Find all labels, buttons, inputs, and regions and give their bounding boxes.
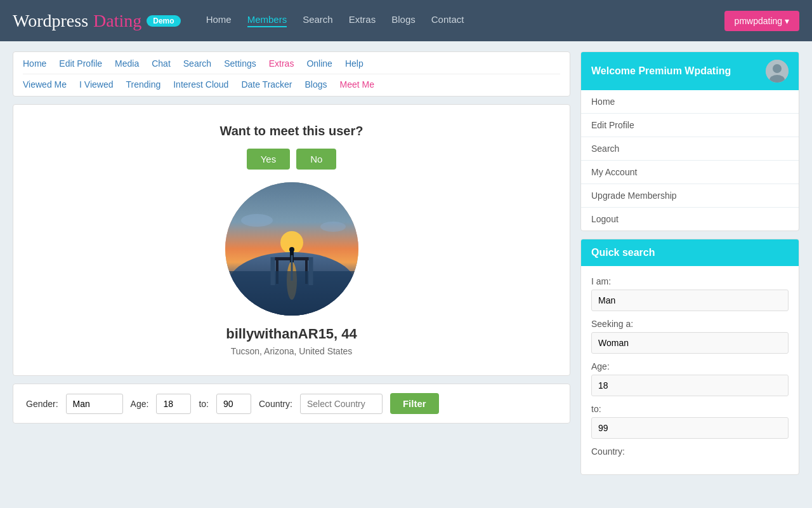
nav-contact[interactable]: Contact: [431, 14, 464, 27]
qs-seeking-input[interactable]: [591, 332, 789, 354]
quick-search-header: Quick search: [581, 239, 799, 266]
logo-dating: Dating: [93, 11, 141, 31]
menu-logout[interactable]: Logout: [581, 208, 799, 231]
gender-input[interactable]: [66, 394, 123, 414]
qs-iam-label: I am:: [591, 276, 789, 286]
profile-avatar: [225, 182, 358, 316]
age-label: Age:: [131, 399, 149, 409]
profile-name: billywithanAR15, 44: [26, 326, 557, 342]
subnav-home[interactable]: Home: [23, 58, 46, 69]
subnav-online[interactable]: Online: [306, 58, 332, 69]
subnav-chat[interactable]: Chat: [152, 58, 171, 69]
welcome-title: Welcome Premium Wpdating: [591, 65, 731, 77]
qs-seeking-label: Seeking a:: [591, 319, 789, 329]
sub-nav: Home Edit Profile Media Chat Search Sett…: [13, 51, 570, 97]
meet-buttons: Yes No: [26, 149, 557, 170]
svg-point-2: [228, 252, 355, 316]
left-panel: Home Edit Profile Media Chat Search Sett…: [13, 51, 570, 475]
menu-my-account[interactable]: My Account: [581, 161, 799, 184]
age-to-input[interactable]: [216, 394, 251, 414]
age-to-label: to:: [199, 399, 209, 409]
svg-point-12: [773, 64, 782, 73]
meet-question: Want to meet this user?: [26, 124, 557, 138]
subnav-viewed-me[interactable]: Viewed Me: [23, 79, 67, 90]
sub-nav-row2: Viewed Me I Viewed Trending Interest Clo…: [23, 74, 560, 90]
qs-age-label: Age:: [591, 361, 789, 371]
subnav-help[interactable]: Help: [345, 58, 363, 69]
no-button[interactable]: No: [296, 149, 336, 170]
main-container: Home Edit Profile Media Chat Search Sett…: [0, 41, 812, 485]
profile-card: Want to meet this user? Yes No: [13, 104, 570, 376]
subnav-i-viewed[interactable]: I Viewed: [79, 79, 113, 90]
menu-search[interactable]: Search: [581, 137, 799, 161]
nav-links: Home Members Search Extras Blogs Contact: [206, 14, 724, 27]
menu-edit-profile[interactable]: Edit Profile: [581, 114, 799, 137]
qs-age-field: Age:: [591, 361, 789, 396]
subnav-extras[interactable]: Extras: [269, 58, 294, 69]
svg-point-9: [241, 214, 273, 227]
welcome-header: Welcome Premium Wpdating: [581, 52, 799, 90]
subnav-meet-me[interactable]: Meet Me: [340, 79, 374, 90]
age-from-input[interactable]: [156, 394, 191, 414]
nav-blogs[interactable]: Blogs: [391, 14, 416, 27]
right-panel: Welcome Premium Wpdating Home Edit Profi…: [580, 51, 799, 475]
qs-country-field: Country:: [591, 446, 789, 457]
quick-search-body: I am: Seeking a: Age: to: Country:: [581, 266, 799, 474]
svg-rect-5: [305, 258, 308, 284]
qs-age-from-input[interactable]: [591, 375, 789, 396]
filter-bar: Gender: Age: to: Country: Filter: [13, 384, 570, 424]
nav-extras[interactable]: Extras: [349, 14, 376, 27]
country-label: Country:: [259, 399, 292, 409]
qs-age-to-label: to:: [591, 404, 789, 414]
nav-search[interactable]: Search: [303, 14, 333, 27]
subnav-edit-profile[interactable]: Edit Profile: [59, 58, 102, 69]
svg-point-3: [287, 262, 297, 300]
profile-location: Tucson, Arizona, United States: [26, 346, 557, 356]
subnav-blogs[interactable]: Blogs: [305, 79, 327, 90]
logo-wordpress: Wordpress: [13, 11, 88, 31]
svg-rect-6: [273, 257, 311, 260]
avatar-image: [225, 182, 358, 316]
svg-point-10: [320, 222, 346, 232]
welcome-menu: Home Edit Profile Search My Account Upgr…: [581, 90, 799, 231]
subnav-media[interactable]: Media: [115, 58, 139, 69]
subnav-search[interactable]: Search: [183, 58, 211, 69]
nav-home[interactable]: Home: [206, 14, 232, 27]
qs-age-to-input[interactable]: [591, 417, 789, 439]
user-button[interactable]: pmwpdating ▾: [724, 11, 799, 31]
qs-country-label: Country:: [591, 446, 789, 457]
logo-area: Wordpress Dating Demo: [13, 11, 181, 31]
qs-iam-field: I am:: [591, 276, 789, 311]
top-navbar: Wordpress Dating Demo Home Members Searc…: [0, 0, 812, 41]
country-input[interactable]: [300, 394, 383, 414]
svg-point-8: [289, 247, 294, 252]
qs-age-to-field: to:: [591, 404, 789, 439]
welcome-box: Welcome Premium Wpdating Home Edit Profi…: [580, 51, 799, 231]
subnav-settings[interactable]: Settings: [224, 58, 256, 69]
subnav-interest-cloud[interactable]: Interest Cloud: [173, 79, 228, 90]
menu-upgrade-membership[interactable]: Upgrade Membership: [581, 184, 799, 208]
svg-rect-7: [290, 251, 294, 262]
yes-button[interactable]: Yes: [247, 149, 290, 170]
demo-badge: Demo: [147, 15, 180, 27]
subnav-trending[interactable]: Trending: [126, 79, 160, 90]
menu-home[interactable]: Home: [581, 90, 799, 114]
svg-rect-4: [276, 258, 278, 284]
filter-button[interactable]: Filter: [390, 393, 439, 414]
qs-iam-input[interactable]: [591, 290, 789, 311]
user-avatar-icon: [766, 60, 789, 83]
subnav-date-tracker[interactable]: Date Tracker: [241, 79, 292, 90]
gender-label: Gender:: [26, 399, 58, 409]
nav-members[interactable]: Members: [247, 14, 287, 27]
quick-search-box: Quick search I am: Seeking a: Age: to:: [580, 239, 799, 475]
sub-nav-row1: Home Edit Profile Media Chat Search Sett…: [23, 58, 560, 69]
qs-seeking-field: Seeking a:: [591, 319, 789, 354]
